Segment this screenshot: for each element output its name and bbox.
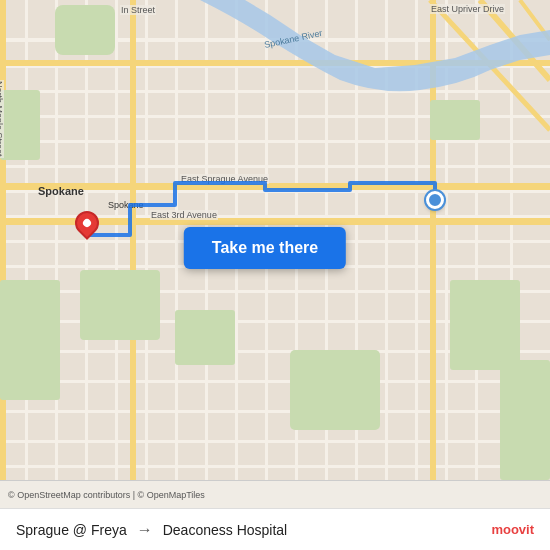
route-arrow-icon: → — [137, 521, 153, 539]
road-v5 — [145, 0, 148, 480]
label-east-upriver: East Upriver Drive — [430, 4, 505, 14]
route-destination: Deaconess Hospital — [163, 522, 288, 538]
attribution-bar: © OpenStreetMap contributors | © OpenMap… — [0, 480, 550, 508]
road-v2 — [55, 0, 58, 480]
city-label-spokane: Spokane — [38, 185, 84, 197]
road-v1 — [25, 0, 28, 480]
label-east-3rd: East 3rd Avenue — [150, 210, 218, 220]
label-east-sprague: East Sprague Avenue — [180, 174, 269, 184]
park-7 — [450, 280, 520, 370]
park-8 — [500, 360, 550, 480]
bottom-bar: Sprague @ Freya → Deaconess Hospital moo… — [0, 508, 550, 550]
map-container[interactable]: Spokane River East Upriver Drive East Sp… — [0, 0, 550, 480]
park-9 — [430, 100, 480, 140]
road-maple — [0, 0, 6, 480]
road-v13 — [385, 0, 388, 480]
road-h14 — [0, 380, 550, 383]
road-v4 — [115, 0, 118, 480]
moovit-logo: moovit — [491, 522, 534, 537]
road-h16 — [0, 440, 550, 443]
moovit-brand: moovit — [491, 522, 534, 537]
park-1 — [55, 5, 115, 55]
origin-pin — [75, 211, 99, 235]
take-me-there-button[interactable]: Take me there — [184, 227, 346, 269]
road-h5 — [0, 140, 550, 143]
park-6 — [290, 350, 380, 430]
route-origin: Sprague @ Freya — [16, 522, 127, 538]
road-h15 — [0, 410, 550, 413]
label-in-street: In Street — [120, 5, 156, 15]
road-top — [0, 60, 550, 66]
park-4 — [80, 270, 160, 340]
park-3 — [0, 280, 60, 400]
label-north-maple: North Maple Street — [0, 80, 4, 158]
destination-dot — [426, 191, 444, 209]
road-h3 — [0, 90, 550, 93]
road-h17 — [0, 465, 550, 468]
road-h6 — [0, 165, 550, 168]
attribution-text: © OpenStreetMap contributors | © OpenMap… — [8, 490, 205, 500]
road-v15 — [445, 0, 448, 480]
park-2 — [0, 90, 40, 160]
road-ns1 — [130, 0, 136, 480]
road-v6 — [175, 0, 178, 480]
road-v16 — [475, 0, 478, 480]
road-v14 — [415, 0, 418, 480]
city-label-spokane2: Spokane — [108, 200, 144, 210]
park-5 — [175, 310, 235, 365]
road-ns-freya — [430, 0, 436, 480]
